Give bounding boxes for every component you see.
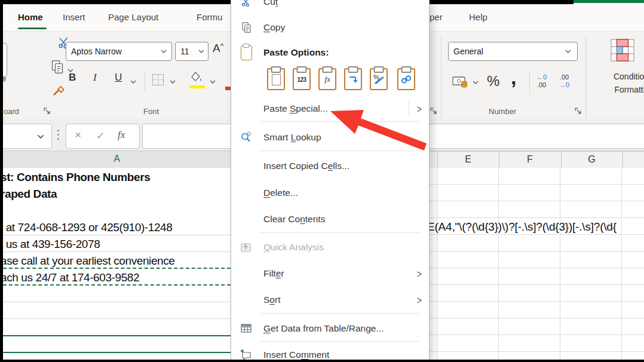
clipboard-group-label: oard [4, 107, 19, 116]
cell-a5[interactable]: l us at 439-156-2078 [3, 237, 100, 251]
menu-item-filter[interactable]: Filter > [231, 263, 429, 284]
tab-formulas[interactable]: Formu [197, 4, 222, 30]
tab-developer[interactable]: per [430, 4, 443, 30]
conditional-formatting-button[interactable] [611, 39, 634, 64]
percent-style-button[interactable]: % [487, 73, 499, 90]
column-a-letter: A [3, 154, 231, 164]
paint-bucket-icon [190, 71, 204, 84]
increase-decimal-button[interactable]: ←0 .00 [536, 73, 547, 89]
decrease-decimal-button[interactable]: .00 →0 [559, 73, 569, 89]
insert-function-button[interactable]: fx [118, 129, 125, 141]
copy-icon [50, 59, 65, 75]
enter-button[interactable]: ✓ [96, 130, 105, 142]
number-format-combo[interactable]: General [448, 42, 578, 61]
italic-button[interactable]: I [93, 72, 97, 84]
underline-button[interactable]: U [115, 72, 122, 84]
grid-right[interactable]: E(A4,"\(?(\d{3})\)?[-.\s]?(\d{3})[-.\s]?… [428, 168, 644, 360]
column-g-letter: G [561, 154, 622, 165]
paste-option-formulas[interactable]: fx [318, 68, 336, 90]
column-e-letter: E [437, 154, 499, 165]
fill-color-chevron-icon[interactable] [210, 80, 216, 84]
selection-border-top [3, 335, 231, 336]
menu-item-delete[interactable]: Delete... [231, 182, 429, 204]
crop-edge-left [0, 0, 3, 362]
menu-item-sort[interactable]: Sort > [231, 289, 429, 311]
accounting-format-button[interactable] [452, 75, 469, 91]
bold-button[interactable]: B [69, 72, 76, 84]
font-color-swatch-fragment[interactable] [225, 87, 231, 90]
column-f-letter: F [499, 154, 561, 165]
underline-dropdown-chevron-icon[interactable] [130, 80, 136, 84]
alignment-dialog-launcher[interactable] [430, 106, 438, 115]
formula-overflow-text: E(A4,"\(?(\d{3})\)?[-.\s]?(\d{3})[-.\s]?… [428, 219, 617, 234]
cell-a2[interactable]: raped Data [3, 186, 57, 201]
excel-window: Home Insert Page Layout Formu per Help e… [0, 0, 644, 362]
comma-style-button[interactable]: , [511, 66, 516, 89]
link-chain-icon [400, 75, 412, 84]
menu-item-get-data[interactable]: Get Data from Table/Range... [231, 318, 429, 339]
column-header-a[interactable]: A [3, 151, 231, 169]
conditional-formatting-icon [611, 39, 634, 62]
menu-separator [260, 232, 419, 233]
accounting-chevron-icon[interactable] [473, 81, 479, 84]
cell-a7[interactable]: ach us 24/7 at 174-603-9582 [3, 270, 139, 285]
submenu-chevron-icon: > [417, 267, 422, 280]
chevron-down-icon[interactable] [161, 50, 167, 53]
paste-option-formatting[interactable]: % [370, 68, 388, 90]
submenu-chevron-icon: > [417, 102, 422, 115]
tab-insert[interactable]: Insert [63, 4, 85, 30]
font-name-combo[interactable]: Aptos Narrow [66, 42, 172, 61]
font-group-divider [145, 71, 145, 93]
group-divider [585, 35, 586, 120]
number-group-label: Number [489, 107, 516, 116]
name-box[interactable] [0, 124, 52, 149]
font-name-value: Aptos Narrow [71, 42, 122, 60]
cell-a6[interactable]: ase call at your earliest convenience [3, 253, 174, 268]
paste-option-link[interactable] [397, 68, 415, 90]
menu-item-quick-analysis: Quick Analysis [231, 237, 429, 258]
increase-font-size-button[interactable]: A^ [213, 42, 223, 55]
menu-item-smart-lookup[interactable]: Smart Lookup [231, 127, 429, 148]
fill-color-button[interactable] [190, 71, 204, 87]
cell-a4[interactable]: l at 724-068-1293 or 425(910)-1248 [3, 220, 172, 235]
menu-item-insert-copied-cells[interactable]: Insert Copied Cells... [231, 155, 429, 177]
copy-button[interactable] [50, 59, 65, 77]
menu-item-copy[interactable]: Copy [231, 17, 429, 38]
tab-page-layout[interactable]: Page Layout [108, 4, 158, 30]
menu-item-cut[interactable]: Cut [231, 0, 429, 13]
font-size-combo[interactable]: 11 [175, 42, 208, 61]
formulas-fx-glyph: fx [324, 75, 330, 84]
number-format-value: General [453, 42, 483, 60]
name-box-chevron-icon[interactable] [37, 134, 44, 139]
group-divider [441, 35, 441, 120]
column-headers-right[interactable]: E F G [428, 151, 644, 169]
format-painter-button[interactable] [51, 82, 67, 100]
smart-lookup-icon [239, 131, 253, 144]
paste-option-transpose[interactable] [344, 68, 362, 90]
percent-brush-icon: % [373, 73, 385, 85]
formula-buttons-group: × ✓ fx [66, 124, 140, 149]
borders-button[interactable] [152, 74, 164, 85]
window-edge-green [574, 0, 644, 3]
cancel-button[interactable]: × [75, 128, 81, 142]
selection-border-bottom [3, 352, 231, 353]
chevron-down-icon[interactable] [198, 50, 204, 53]
conditional-formatting-label: Conditional Formatting [599, 70, 644, 96]
tab-home[interactable]: Home [18, 4, 43, 30]
paste-option-paste[interactable] [267, 68, 285, 90]
cell-a1[interactable]: st: Contains Phone Numbers [3, 170, 150, 185]
table-icon [239, 322, 253, 335]
chevron-down-icon[interactable] [565, 50, 571, 53]
grid-column-a[interactable]: st: Contains Phone Numbers raped Data l … [3, 168, 231, 360]
formula-bar-grip[interactable] [57, 130, 59, 140]
paste-option-values[interactable]: 123 [293, 68, 311, 90]
menu-item-paste-special[interactable]: Paste Special... > [231, 98, 429, 119]
menu-item-clear-contents[interactable]: Clear Contents [231, 208, 429, 230]
menu-separator [260, 151, 419, 151]
copy-icon [239, 21, 253, 34]
crop-edge-bottom [0, 360, 644, 362]
borders-dropdown-chevron-icon[interactable] [170, 80, 176, 84]
number-dialog-launcher[interactable] [574, 106, 582, 115]
clipboard-dialog-launcher[interactable] [43, 106, 51, 115]
tab-help[interactable]: Help [469, 4, 487, 30]
